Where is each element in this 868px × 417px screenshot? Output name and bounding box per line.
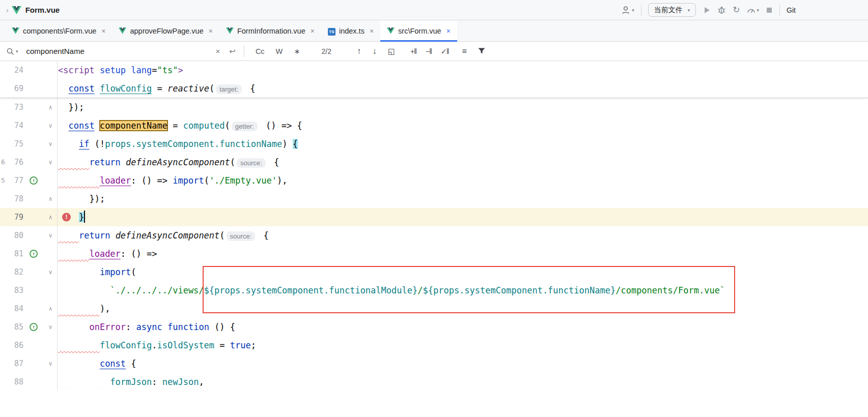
code-token: : () => (131, 175, 173, 186)
open-in-find-window-icon[interactable]: ◱ (388, 47, 395, 56)
code-token: <script (58, 65, 95, 75)
code-line-69: 69 const flowConfig = reactive(target: { (0, 79, 868, 98)
code-content[interactable]: ), (57, 300, 868, 318)
fold-marker (44, 336, 57, 354)
fold-marker[interactable]: ∧ (44, 98, 57, 116)
parameter-hint: target: (216, 84, 242, 94)
code-content[interactable]: if (!props.systemComponent.functionName)… (57, 135, 868, 153)
line-number: 69 (0, 79, 23, 98)
fold-marker[interactable]: ∧ (44, 208, 57, 226)
chevron-down-icon: ▾ (632, 8, 634, 13)
remove-selection-icon[interactable]: −‖ (426, 47, 432, 55)
code-token: () => { (261, 121, 302, 131)
green-up-arrow-icon[interactable]: ↑ (30, 323, 38, 331)
tab-approveflowpage-vue[interactable]: approveFlowPage.vue× (112, 20, 219, 41)
fold-marker[interactable]: ∧ (44, 190, 57, 208)
run-config-selector[interactable]: 当前文件 ▾ (648, 3, 696, 17)
next-match-button[interactable]: ↓ (372, 46, 377, 56)
green-up-arrow-icon[interactable]: ↑ (30, 176, 38, 185)
fold-marker[interactable]: ∨ (44, 153, 57, 171)
code-line-82: 82∨ import( (0, 263, 868, 281)
tab-close-icon[interactable]: × (209, 27, 213, 35)
code-token: true (230, 340, 251, 350)
code-content[interactable]: flowConfig.isOldSystem = true; (57, 336, 868, 354)
code-content[interactable]: }); (57, 190, 868, 208)
line-number: 80 (0, 226, 23, 245)
code-content[interactable]: loader: () => (57, 245, 868, 263)
tab-index-ts[interactable]: TSindex.ts× (321, 20, 380, 41)
chevron-down-icon: ▾ (757, 8, 760, 13)
run-button[interactable] (703, 6, 711, 14)
vue-logo-icon (12, 6, 21, 14)
code-token: newJson (162, 377, 199, 387)
tab-close-icon[interactable]: × (370, 27, 374, 35)
stop-button[interactable] (766, 7, 773, 14)
profiler-button[interactable]: ▾ (747, 6, 760, 14)
code-content[interactable]: } (57, 208, 868, 226)
code-content[interactable]: return defineAsyncComponent(source: { (57, 153, 868, 171)
find-bar: ▾ componentName × ↩ Cc W ∗ 2/2 ↑ ↓ ◱ +‖ … (0, 42, 868, 61)
code-token: ( (219, 230, 225, 241)
fold-marker[interactable]: ∨ (44, 116, 57, 135)
search-input[interactable]: componentName (26, 47, 216, 55)
run-with-coverage-button[interactable]: ↻ (733, 5, 740, 15)
fold-marker[interactable]: ∨ (44, 135, 57, 153)
code-token: defineAsyncComponent (126, 157, 230, 167)
code-token: () { (209, 322, 235, 332)
code-line-79: 79∧ }! (0, 208, 868, 226)
tab-src-form-vue[interactable]: src\Form.vue× (380, 20, 457, 41)
tab-components-form-vue[interactable]: components\Form.vue× (5, 20, 112, 41)
match-count: 2/2 (321, 47, 331, 55)
fold-marker[interactable]: ∨ (44, 226, 57, 245)
tab-close-icon[interactable]: × (446, 27, 451, 35)
tab-forminformation-vue[interactable]: FormInformation.vue× (219, 20, 321, 41)
code-content[interactable]: return defineAsyncComponent(source: { (57, 226, 868, 245)
code-content[interactable]: formJson: newJson, (57, 373, 868, 391)
whole-words-toggle[interactable]: W (276, 47, 283, 55)
search-icon[interactable]: ▾ (6, 47, 18, 55)
fold-marker[interactable]: ∨ (44, 263, 57, 281)
code-token: }); (89, 194, 105, 204)
green-up-arrow-icon[interactable]: ↑ (30, 250, 38, 258)
code-token: props.systemComponent.functionName (105, 139, 282, 149)
fold-marker (44, 245, 57, 263)
tab-close-icon[interactable]: × (101, 27, 105, 35)
match-case-toggle[interactable]: Cc (256, 47, 265, 55)
fold-marker[interactable]: ∨ (44, 354, 57, 373)
regex-toggle[interactable]: ∗ (294, 47, 300, 55)
code-content[interactable]: const componentName = computed(getter: (… (57, 116, 868, 135)
fold-marker[interactable]: ∧ (44, 300, 57, 318)
code-token: = (152, 83, 167, 94)
filter-icon[interactable] (478, 48, 485, 54)
user-account-icon[interactable]: ▾ (621, 6, 634, 15)
code-token: lang (131, 65, 152, 75)
select-all-matches-icon[interactable]: ✓‖ (441, 47, 449, 55)
vue-file-icon (387, 27, 395, 34)
code-content[interactable]: const flowConfig = reactive(target: { (57, 79, 868, 98)
code-content[interactable]: <script setup lang="ts"> (57, 61, 868, 79)
previous-match-button[interactable]: ↑ (357, 46, 361, 56)
debug-button[interactable] (717, 6, 726, 14)
code-line-86: 86 flowConfig.isOldSystem = true; (0, 336, 868, 354)
code-token: reactive (167, 83, 209, 94)
editor[interactable]: 24<script setup lang="ts">69 const flowC… (0, 61, 868, 417)
code-line-84: 84∧ ), (0, 300, 868, 318)
code-content[interactable]: const { (57, 354, 868, 373)
line-number: 85 (0, 318, 23, 336)
multiline-search-icon[interactable]: ≡ (462, 47, 467, 56)
fold-marker[interactable]: ∨ (44, 318, 57, 336)
newline-icon[interactable]: ↩ (229, 47, 236, 56)
gutter-icon-slot: ↑ (23, 245, 44, 263)
code-token: { (126, 359, 136, 369)
code-lines: 73∧ });74∨ const componentName = compute… (0, 98, 868, 391)
add-selection-icon[interactable]: +‖ (410, 47, 416, 55)
ts-file-icon: TS (328, 26, 335, 36)
code-content[interactable]: import( (57, 263, 868, 281)
clear-search-icon[interactable]: × (216, 47, 220, 55)
code-content[interactable]: onError: async function () { (57, 318, 868, 336)
git-menu[interactable]: Git (787, 6, 796, 14)
tab-close-icon[interactable]: × (311, 27, 315, 35)
code-content[interactable]: `./../../../views/${props.systemComponen… (57, 281, 868, 300)
code-content[interactable]: loader: () => import('./Empty.vue'), (57, 171, 868, 190)
code-content[interactable]: }); (57, 98, 868, 116)
